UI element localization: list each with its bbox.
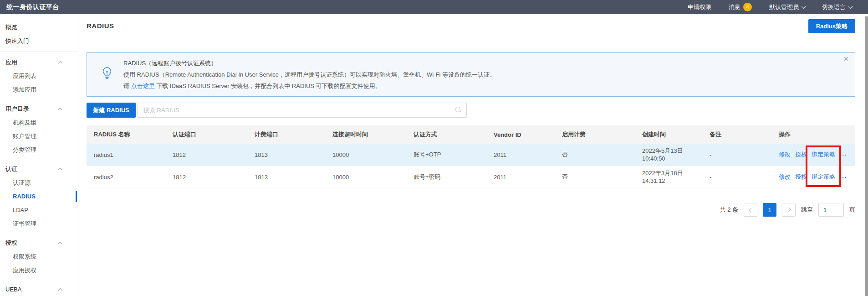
platform-title: 统一身份认证平台 <box>0 3 59 11</box>
cell-timeout: 10000 <box>325 151 406 158</box>
messages-count-badge: 4 <box>743 3 752 11</box>
page-number-button[interactable]: 1 <box>763 203 776 217</box>
sidebar-item-permission-system[interactable]: 权限系统 <box>0 250 78 264</box>
table-row: radius2 1812 1813 10000 账号+密码 2011 否 202… <box>87 166 855 188</box>
app-window: 统一身份认证平台 申请权限 消息 4 默认管理员 切换语言 概览 快速入门 应用… <box>0 0 868 296</box>
chevron-up-icon <box>58 288 62 292</box>
col-header-name: RADIUS 名称 <box>87 130 165 139</box>
sidebar-item-radius[interactable]: RADIUS <box>0 190 78 203</box>
lightbulb-icon <box>102 67 113 83</box>
sidebar-item-category-mgmt[interactable]: 分类管理 <box>0 143 78 157</box>
bind-policy-link[interactable]: 绑定策略 <box>812 173 835 181</box>
new-radius-button[interactable]: 新建 RADIUS <box>87 103 136 118</box>
sidebar-group-apps[interactable]: 应用 <box>0 56 78 69</box>
sidebar-group-user-directory[interactable]: 用户目录 <box>0 102 78 116</box>
cell-actions: 修改 授权 绑定策略 ··· <box>771 151 855 159</box>
search-input[interactable] <box>138 103 467 118</box>
col-header-actions: 操作 <box>771 130 855 139</box>
apply-permission-link[interactable]: 申请权限 <box>688 3 711 11</box>
messages-link[interactable]: 消息 4 <box>729 3 752 11</box>
cell-auth-method: 账号+OTP <box>406 151 486 159</box>
cell-acct-port: 1813 <box>247 151 325 158</box>
cell-name: radius2 <box>87 174 165 181</box>
cell-auth-method: 账号+密码 <box>406 173 486 181</box>
close-icon[interactable]: × <box>843 55 848 63</box>
cell-auth-port: 1812 <box>165 174 247 181</box>
sidebar-divider <box>0 52 78 52</box>
search-icon[interactable] <box>455 107 462 114</box>
chevron-up-icon <box>58 107 62 112</box>
jump-page-input[interactable] <box>818 203 844 217</box>
info-banner-text: RADIUS（远程账户拨号认证系统） 使用 RADIUS（Remote Auth… <box>123 57 495 92</box>
cell-created: 2022年3月18日 14:31:12 <box>635 169 702 185</box>
cell-vendor-id: 2011 <box>486 151 555 158</box>
pagination: 共 2 条 1 跳至 页 <box>720 203 855 217</box>
chevron-up-icon <box>58 167 62 172</box>
prev-page-button[interactable] <box>744 203 757 217</box>
sidebar-item-app-authorization[interactable]: 应用授权 <box>0 264 78 277</box>
page-title: RADIUS <box>87 22 114 30</box>
vertical-scrollbar[interactable] <box>865 16 868 296</box>
col-header-timeout: 连接超时时间 <box>325 130 406 139</box>
info-banner-line3: 请 点击这里 下载 IDaaS RADIUS Server 安装包，并配合列表中… <box>123 80 495 92</box>
table-header-row: RADIUS 名称 认证端口 计费端口 连接超时时间 认证方式 Vendor I… <box>87 125 855 144</box>
col-header-billing: 启用计费 <box>555 130 635 139</box>
bind-policy-link[interactable]: 绑定策略 <box>812 151 835 159</box>
sidebar-item-quickstart[interactable]: 快速入门 <box>0 34 78 48</box>
topbar: 统一身份认证平台 申请权限 消息 4 默认管理员 切换语言 <box>0 0 868 14</box>
sidebar-group-ueba[interactable]: UEBA <box>0 283 78 296</box>
cell-billing: 否 <box>555 151 635 159</box>
cell-remark: - <box>702 174 771 181</box>
sidebar-item-add-app[interactable]: 添加应用 <box>0 83 78 97</box>
table-row: radius1 1812 1813 10000 账号+OTP 2011 否 20… <box>87 144 855 166</box>
sidebar-item-auth-source[interactable]: 认证源 <box>0 176 78 190</box>
col-header-created: 创建时间 <box>635 130 702 139</box>
click-here-link[interactable]: 点击这里 <box>131 83 155 89</box>
search-box <box>138 103 467 118</box>
admin-dropdown[interactable]: 默认管理员 <box>769 3 805 11</box>
chevron-up-icon <box>58 241 62 246</box>
cell-name: radius1 <box>87 151 165 158</box>
cell-timeout: 10000 <box>325 174 406 181</box>
more-actions-icon[interactable]: ··· <box>840 174 847 181</box>
language-dropdown[interactable]: 切换语言 <box>822 3 852 11</box>
sidebar-item-ldap[interactable]: LDAP <box>0 203 78 217</box>
modify-link[interactable]: 修改 <box>779 151 791 159</box>
authorize-link[interactable]: 授权 <box>795 173 807 181</box>
page-unit-label: 页 <box>849 206 855 214</box>
cell-auth-port: 1812 <box>165 151 247 158</box>
sidebar-item-cert-mgmt[interactable]: 证书管理 <box>0 217 78 231</box>
radius-table: RADIUS 名称 认证端口 计费端口 连接超时时间 认证方式 Vendor I… <box>87 125 855 188</box>
sidebar-group-authentication[interactable]: 认证 <box>0 162 78 176</box>
sidebar-item-app-list[interactable]: 应用列表 <box>0 69 78 83</box>
chevron-up-icon <box>58 61 62 65</box>
sidebar: 概览 快速入门 应用 应用列表 添加应用 用户目录 机构及组 账户管理 分类管理… <box>0 14 78 296</box>
chevron-down-icon <box>802 4 806 9</box>
info-banner-title: RADIUS（远程账户拨号认证系统） <box>123 57 495 69</box>
modify-link[interactable]: 修改 <box>779 173 791 181</box>
sidebar-item-overview[interactable]: 概览 <box>0 21 78 34</box>
sidebar-item-org-groups[interactable]: 机构及组 <box>0 116 78 130</box>
chevron-right-icon <box>786 207 791 212</box>
next-page-button[interactable] <box>782 203 796 217</box>
authorize-link[interactable]: 授权 <box>795 151 807 159</box>
more-actions-icon[interactable]: ··· <box>840 151 847 158</box>
col-header-remark: 备注 <box>702 130 771 139</box>
radius-policy-button[interactable]: Radius策略 <box>808 19 855 33</box>
topbar-menu: 申请权限 消息 4 默认管理员 切换语言 <box>688 3 868 11</box>
col-header-auth-method: 认证方式 <box>406 130 486 139</box>
cell-remark: - <box>702 151 771 158</box>
col-header-acct-port: 计费端口 <box>247 130 325 139</box>
chevron-down-icon <box>848 4 853 9</box>
cell-actions: 修改 授权 绑定策略 ··· <box>771 173 855 181</box>
info-banner-line2: 使用 RADIUS（Remote Authentication Dial In … <box>123 69 495 80</box>
cell-billing: 否 <box>555 173 635 181</box>
info-banner: RADIUS（远程账户拨号认证系统） 使用 RADIUS（Remote Auth… <box>87 52 855 97</box>
total-count-label: 共 2 条 <box>720 206 738 214</box>
cell-created: 2022年5月13日 10:40:50 <box>635 147 702 162</box>
cell-vendor-id: 2011 <box>486 174 555 181</box>
jump-to-label: 跳至 <box>801 206 813 214</box>
col-header-vendor-id: Vendor ID <box>486 131 555 138</box>
sidebar-item-account-mgmt[interactable]: 账户管理 <box>0 130 78 143</box>
sidebar-group-authorization[interactable]: 授权 <box>0 236 78 250</box>
